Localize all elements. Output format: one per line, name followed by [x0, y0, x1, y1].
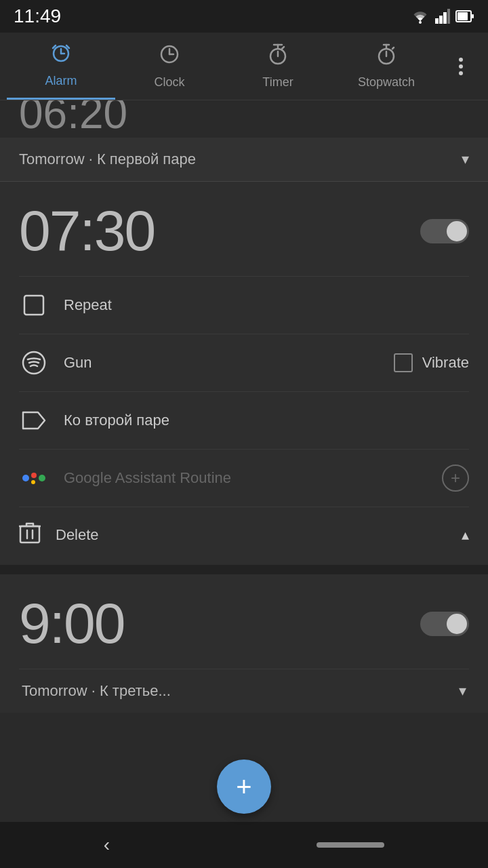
alarm-1-repeat-label: Repeat	[64, 296, 469, 314]
wifi-icon	[411, 9, 430, 24]
alarm-1-chevron-up[interactable]: ▴	[462, 526, 469, 544]
alarm-1-time[interactable]: 07:30	[19, 198, 155, 264]
timer-icon	[267, 43, 289, 70]
alarm-partial: 06:20	[0, 100, 488, 138]
tab-timer[interactable]: Timer	[224, 33, 332, 100]
battery-icon	[455, 9, 474, 24]
label-icon	[19, 406, 49, 435]
clock-icon	[159, 43, 180, 70]
svg-rect-3	[443, 12, 447, 24]
add-routine-button[interactable]: +	[442, 465, 469, 492]
repeat-icon	[19, 290, 49, 320]
svg-rect-2	[439, 16, 443, 24]
alarm-1-header-text: Tomorrow · К первой паре	[19, 151, 196, 168]
alarm-1-delete-row[interactable]: Delete ▴	[19, 507, 469, 565]
delete-icon	[19, 521, 41, 549]
alarm-2-time[interactable]: 9:00	[19, 591, 125, 656]
tab-stopwatch-label: Stopwatch	[358, 75, 415, 90]
svg-rect-1	[435, 18, 439, 24]
svg-point-0	[419, 21, 422, 24]
tab-timer-label: Timer	[262, 75, 293, 90]
stopwatch-icon	[375, 43, 397, 70]
alarm-2-card: 9:00 Tomorrow · К третье... ▾	[0, 574, 488, 713]
alarm-2-header-text: Tomorrow · К третье...	[22, 682, 171, 700]
alarm-1-alarm-label: Ко второй паре	[64, 412, 469, 429]
home-pill[interactable]	[317, 842, 384, 848]
signal-icon	[435, 9, 450, 24]
status-time: 11:49	[14, 5, 61, 27]
alarm-1-sound-label: Gun	[64, 354, 379, 372]
alarm-1-label-row[interactable]: Ко второй паре	[19, 391, 469, 449]
delete-left: Delete	[19, 521, 99, 549]
tab-alarm-label: Alarm	[45, 74, 77, 88]
alarm-1-assistant-label: Google Assistant Routine	[64, 469, 427, 487]
spotify-sound-icon	[19, 348, 49, 378]
status-icons	[411, 9, 474, 24]
alarm-1-delete-label: Delete	[56, 526, 99, 544]
nav-bar: ‹	[0, 822, 488, 868]
alarm-1-toggle[interactable]	[420, 219, 469, 243]
tab-alarm[interactable]: Alarm	[7, 33, 115, 100]
alarm-1-assistant-row[interactable]: Google Assistant Routine +	[19, 449, 469, 507]
alarm-2-toggle[interactable]	[420, 612, 469, 636]
svg-rect-27	[24, 296, 43, 315]
add-alarm-fab[interactable]: +	[217, 760, 271, 814]
nav-tabs: Alarm Clock Timer	[0, 33, 488, 100]
alarm-1-header[interactable]: Tomorrow · К первой паре ▾	[0, 138, 488, 182]
alarm-2-chevron-down[interactable]: ▾	[459, 682, 466, 700]
tab-stopwatch[interactable]: Stopwatch	[332, 33, 441, 100]
alarm-time-partial: 06:20	[19, 100, 127, 135]
svg-rect-29	[20, 526, 39, 542]
alarm-1-card: 07:30 Repeat Gun Vibrate	[0, 182, 488, 565]
alarm-icon	[50, 42, 72, 68]
status-bar: 11:49	[0, 0, 488, 33]
svg-point-24	[459, 58, 463, 62]
svg-line-18	[282, 47, 284, 49]
back-button[interactable]: ‹	[104, 834, 110, 856]
svg-rect-7	[472, 14, 474, 18]
vibrate-section: Vibrate	[394, 353, 469, 372]
alarm-1-vibrate-checkbox[interactable]	[394, 353, 413, 372]
alarm-1-time-row: 07:30	[19, 182, 469, 276]
svg-rect-6	[458, 12, 468, 20]
more-menu-button[interactable]	[441, 56, 481, 77]
svg-point-28	[23, 352, 45, 374]
tab-clock-label: Clock	[154, 75, 184, 90]
alarm-1-repeat-row[interactable]: Repeat	[19, 276, 469, 334]
svg-rect-4	[447, 9, 450, 24]
alarm-divider	[0, 565, 488, 574]
alarm-1-vibrate-label: Vibrate	[422, 354, 469, 372]
alarm-2-header[interactable]: Tomorrow · К третье... ▾	[19, 669, 469, 713]
google-assistant-icon	[19, 463, 49, 493]
alarm-2-time-row: 9:00	[19, 574, 469, 669]
svg-point-26	[459, 71, 463, 75]
svg-line-23	[392, 47, 394, 49]
alarm-1-sound-row[interactable]: Gun Vibrate	[19, 334, 469, 391]
tab-clock[interactable]: Clock	[115, 33, 224, 100]
svg-point-25	[459, 64, 463, 68]
alarm-1-chevron-down[interactable]: ▾	[462, 151, 469, 168]
